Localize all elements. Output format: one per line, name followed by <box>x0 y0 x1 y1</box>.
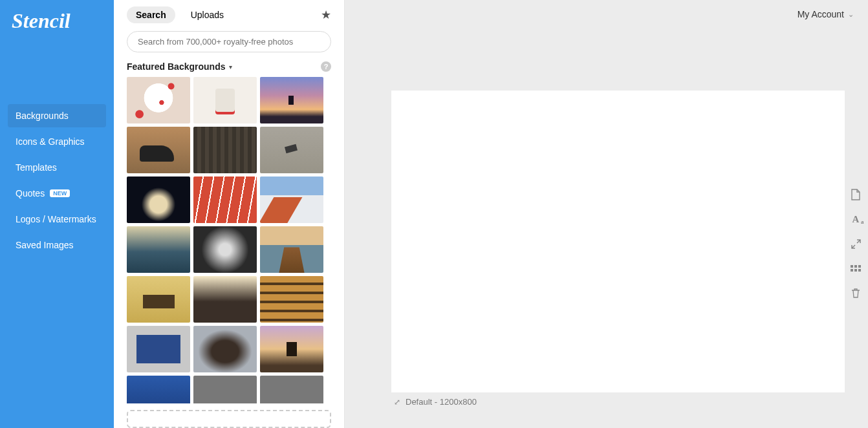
thumbnail[interactable] <box>260 226 323 273</box>
expand-icon[interactable] <box>849 237 863 251</box>
upload-dropzone[interactable] <box>127 410 331 428</box>
chevron-down-icon: ⌄ <box>848 10 854 19</box>
thumbnail[interactable] <box>127 326 190 372</box>
thumbnail[interactable] <box>193 77 257 123</box>
thumbnail[interactable] <box>260 177 323 223</box>
new-badge: NEW <box>50 189 70 197</box>
thumbnail[interactable] <box>127 276 190 323</box>
chevron-down-icon[interactable]: ▾ <box>229 63 232 70</box>
help-icon[interactable]: ? <box>321 61 331 72</box>
sidebar-item-label: Templates <box>16 162 57 173</box>
sidebar-item-label: Saved Images <box>16 240 74 250</box>
thumbnail[interactable] <box>193 376 257 403</box>
sidebar-item-icons-graphics[interactable]: Icons & Graphics <box>8 130 106 153</box>
sidebar-item-templates[interactable]: Templates <box>8 156 106 179</box>
thumbnail[interactable] <box>127 177 190 223</box>
sidebar-item-label: Logos / Watermarks <box>16 214 96 224</box>
thumbnail[interactable] <box>127 226 190 273</box>
tab-search[interactable]: Search <box>127 6 175 23</box>
thumbnail[interactable] <box>193 276 257 323</box>
thumbnail[interactable] <box>127 127 190 173</box>
canvas-size-label[interactable]: ⤢ Default - 1200x800 <box>394 397 477 407</box>
right-toolbar: Aa <box>849 187 863 300</box>
sidebar-item-label: Backgrounds <box>16 111 69 121</box>
tab-uploads[interactable]: Uploads <box>182 6 233 23</box>
design-canvas[interactable] <box>391 91 845 392</box>
search-input[interactable] <box>127 31 331 52</box>
thumbnail[interactable] <box>260 376 323 403</box>
thumbnail[interactable] <box>193 127 257 173</box>
thumbnail[interactable] <box>260 127 323 173</box>
section-header: Featured Backgrounds ▾ ? <box>114 59 344 77</box>
app-root: Stencil Backgrounds Icons & Graphics Tem… <box>0 0 868 428</box>
trash-icon[interactable] <box>849 286 863 300</box>
canvas-area: My Account ⌄ ⤢ Default - 1200x800 Aa <box>345 0 868 428</box>
sidebar-item-logos-watermarks[interactable]: Logos / Watermarks <box>8 208 106 231</box>
sidebar-item-label: Icons & Graphics <box>16 136 85 147</box>
search-wrap <box>114 27 344 59</box>
section-title[interactable]: Featured Backgrounds <box>127 61 225 72</box>
library-tabs: Search Uploads ★ <box>114 0 344 27</box>
favorites-star-icon[interactable]: ★ <box>321 8 331 22</box>
sidebar-item-backgrounds[interactable]: Backgrounds <box>8 104 106 127</box>
resize-icon: ⤢ <box>394 398 400 407</box>
thumbnail[interactable] <box>260 77 323 123</box>
sidebar-item-saved-images[interactable]: Saved Images <box>8 233 106 257</box>
account-menu[interactable]: My Account ⌄ <box>797 0 868 28</box>
account-label: My Account <box>797 9 844 19</box>
brand-logo: Stencil <box>0 0 114 39</box>
thumbnail[interactable] <box>127 77 190 123</box>
canvas-size-text: Default - 1200x800 <box>406 397 477 407</box>
sidebar-item-quotes[interactable]: Quotes NEW <box>8 182 106 205</box>
thumbnail[interactable] <box>260 326 323 372</box>
sidebar: Stencil Backgrounds Icons & Graphics Tem… <box>0 0 114 428</box>
library-panel: Search Uploads ★ Featured Backgrounds ▾ … <box>114 0 345 428</box>
page-icon[interactable] <box>849 187 863 202</box>
thumbnail[interactable] <box>193 226 257 273</box>
sidebar-item-label: Quotes <box>16 188 45 198</box>
thumbnail[interactable] <box>193 326 257 372</box>
thumbnail[interactable] <box>127 376 190 403</box>
grid-icon[interactable] <box>849 261 863 275</box>
sidebar-nav: Backgrounds Icons & Graphics Templates Q… <box>0 39 114 259</box>
text-icon[interactable]: Aa <box>849 212 863 226</box>
thumbnail-scroll[interactable] <box>114 77 344 403</box>
thumbnail-grid <box>127 77 335 403</box>
thumbnail[interactable] <box>260 276 323 323</box>
thumbnail[interactable] <box>193 177 257 223</box>
